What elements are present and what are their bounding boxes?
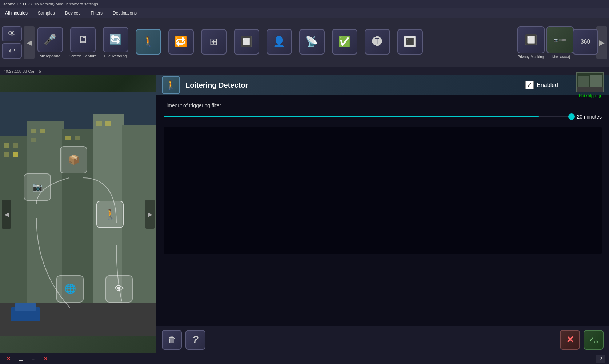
- module-360[interactable]: 360: [574, 29, 596, 56]
- taskbar-add-button[interactable]: +: [28, 355, 38, 363]
- svg-rect-14: [75, 136, 80, 140]
- taskbar-remove-button[interactable]: ✕: [41, 355, 50, 363]
- module-11[interactable]: 🔳: [394, 29, 425, 56]
- camera-thumbnail: [576, 72, 604, 92]
- module10-icon-box: 🅣: [365, 29, 390, 55]
- menu-devices[interactable]: Devices: [64, 10, 82, 16]
- pipeline-detector-node[interactable]: 👁: [105, 275, 133, 303]
- file-reading-label: File Reading: [104, 54, 127, 58]
- enabled-checkbox[interactable]: ✓: [525, 81, 534, 89]
- camera-right-arrow[interactable]: ▶: [145, 200, 155, 229]
- svg-rect-10: [31, 129, 36, 133]
- module-fisher[interactable]: 📷 cam Fisher Dewarj: [545, 26, 574, 59]
- list-icon: ☰: [19, 356, 23, 362]
- slider-container: 20 minutes: [164, 114, 602, 120]
- slider-value: 20 minutes: [577, 114, 602, 120]
- module-10[interactable]: 🅣: [362, 29, 393, 56]
- module-4[interactable]: 🔁: [165, 29, 196, 56]
- module-screen-capture[interactable]: 🖥 Screen Capture: [67, 27, 98, 58]
- module-loitering-active[interactable]: 🚶: [133, 29, 164, 56]
- help-icon: ?: [599, 356, 602, 361]
- module5-icon-box: ⊞: [201, 29, 227, 55]
- microphone-label: Microphone: [40, 54, 60, 58]
- menubar: All modules Samples Devices Filters Dest…: [0, 8, 609, 18]
- module-7[interactable]: 👤: [264, 29, 295, 56]
- titlebar: Xeoma 17.11.7 (Pro Version) Module/camer…: [0, 0, 609, 8]
- not-skipping-text: Not skipping: [579, 93, 601, 98]
- chevron-left-icon: ◀: [27, 38, 32, 47]
- statusbar: 49.29.108.38 Cam_5: [0, 67, 609, 75]
- pipeline-globe-node[interactable]: 🌐: [56, 275, 84, 303]
- dark-content-area: [164, 127, 602, 254]
- cancel-button[interactable]: ✕: [560, 330, 580, 350]
- module-9[interactable]: ✅: [329, 29, 360, 56]
- slider-track: [164, 116, 572, 117]
- svg-rect-6: [4, 143, 9, 148]
- fisher-icon-box: 📷 cam: [546, 26, 574, 53]
- privacy-masking-label: Privacy Masking: [518, 55, 544, 59]
- module-toolbar: 👁 ↩ ◀ 🎤 Microphone 🖥 Screen Capture 🔄 Fi…: [0, 18, 609, 67]
- help-button[interactable]: ?: [185, 330, 205, 350]
- svg-rect-8: [4, 152, 9, 157]
- x-icon: ✕: [566, 334, 574, 345]
- delete-button[interactable]: 🗑: [162, 330, 182, 350]
- slider-fill: [164, 116, 539, 117]
- main-content: 📷 📦 🚶 🌐 👁 ◀ ▶ 🚶 Loitering Detector ✓ Ena…: [0, 75, 609, 353]
- pipeline-loitering-node[interactable]: 🚶: [96, 201, 124, 228]
- slider-thumb[interactable]: [568, 113, 575, 120]
- menu-samples[interactable]: Samples: [36, 10, 56, 16]
- svg-rect-7: [13, 143, 18, 148]
- taskbar-help-button[interactable]: ?: [596, 355, 605, 363]
- module-file-reading[interactable]: 🔄 File Reading: [100, 27, 131, 58]
- menu-all-modules[interactable]: All modules: [4, 10, 29, 16]
- settings-panel: 🚶 Loitering Detector ✓ Enabled Not skipp…: [156, 75, 609, 353]
- taskbar-list-button[interactable]: ☰: [16, 355, 25, 363]
- module-6[interactable]: 🔲: [231, 29, 262, 56]
- module11-icon-box: 🔳: [397, 29, 423, 55]
- trash-icon: 🗑: [168, 335, 176, 345]
- enabled-section: ✓ Enabled: [525, 81, 558, 89]
- module-8[interactable]: 📡: [296, 29, 327, 56]
- pipeline-camera-node[interactable]: 📷: [24, 173, 51, 201]
- camera-view: 📷 📦 🚶 🌐 👁 ◀ ▶: [0, 75, 156, 353]
- panel-module-icon: 🚶: [162, 76, 180, 94]
- module4-icon-box: 🔁: [168, 29, 194, 55]
- prev-module-button[interactable]: ◀: [24, 26, 35, 59]
- check-icon: ✓ok: [589, 335, 598, 344]
- menu-destinations[interactable]: Destinations: [111, 10, 138, 16]
- module-microphone[interactable]: 🎤 Microphone: [35, 27, 65, 58]
- eye-icon-left[interactable]: 👁: [2, 26, 22, 41]
- module8-icon-box: 📡: [299, 29, 325, 55]
- panel-body: Timeout of triggering filter 20 minutes: [156, 95, 609, 326]
- plus-icon: +: [32, 356, 35, 362]
- titlebar-text: Xeoma 17.11.7 (Pro Version) Module/camer…: [3, 2, 98, 6]
- camera-thumbnail-section: Not skipping: [576, 72, 604, 98]
- svg-rect-13: [65, 136, 71, 140]
- camera-left-arrow[interactable]: ◀: [2, 200, 11, 229]
- svg-rect-9: [13, 152, 18, 157]
- chevron-right-icon: ▶: [599, 38, 605, 47]
- svg-rect-11: [40, 129, 45, 133]
- question-icon: ?: [192, 334, 199, 345]
- svg-rect-15: [96, 121, 102, 126]
- module-5[interactable]: ⊞: [198, 29, 229, 56]
- svg-rect-21: [578, 76, 589, 89]
- ok-button[interactable]: ✓ok: [584, 330, 604, 350]
- module6-icon-box: 🔲: [234, 29, 259, 55]
- menu-filters[interactable]: Filters: [89, 10, 104, 16]
- close-icon: ✕: [6, 355, 11, 362]
- microphone-icon-box: 🎤: [37, 27, 63, 52]
- panel-header: 🚶 Loitering Detector ✓ Enabled Not skipp…: [156, 75, 609, 95]
- camera-background: 📷 📦 🚶 🌐 👁: [0, 75, 156, 353]
- module-icons-container: 🎤 Microphone 🖥 Screen Capture 🔄 File Rea…: [35, 18, 516, 67]
- module9-icon-box: ✅: [332, 29, 357, 55]
- pipeline-archive-node[interactable]: 📦: [60, 146, 87, 173]
- module-privacy-masking[interactable]: 🔲 Privacy Masking: [516, 26, 545, 59]
- svg-rect-12: [31, 138, 36, 142]
- file-reading-icon-box: 🔄: [103, 27, 128, 52]
- back-icon-left[interactable]: ↩: [2, 43, 22, 59]
- taskbar-close-button[interactable]: ✕: [4, 355, 13, 363]
- taskbar: ✕ ☰ + ✕ ?: [0, 353, 609, 364]
- svg-rect-19: [15, 303, 36, 311]
- module7-icon-box: 👤: [267, 29, 292, 55]
